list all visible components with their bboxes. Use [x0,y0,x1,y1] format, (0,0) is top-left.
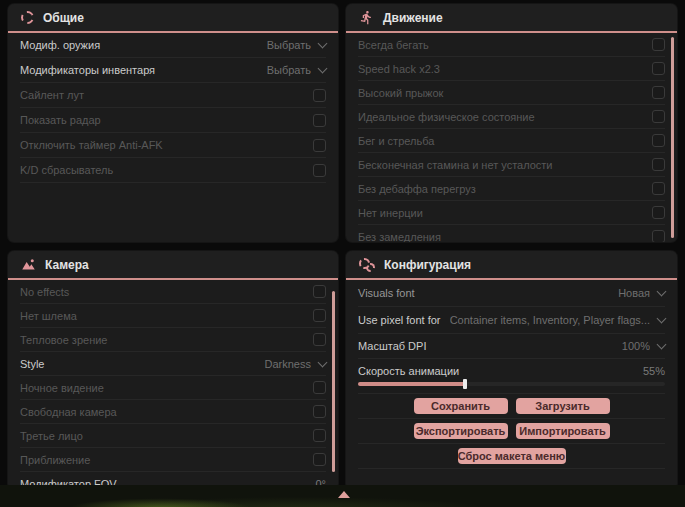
panel-title: Камера [45,258,89,272]
checkbox[interactable] [313,114,326,127]
setting-label: Style [20,358,44,370]
dropdown-value: Новая [618,287,650,299]
general-rows: Модиф. оружия Выбрать Модификаторы инвен… [8,33,338,183]
weapon-mod-dropdown[interactable]: Выбрать [267,39,326,51]
setting-row: No effects [20,280,326,304]
button-row: Сброс макета меню [358,444,665,469]
chevron-down-icon [657,340,667,350]
checkbox[interactable] [652,62,665,75]
setting-row: Идеальное физическое состояние [358,105,665,129]
checkbox[interactable] [652,158,665,171]
panel-movement: Движение Всегда бегать Speed hack x2.3 В… [346,4,677,242]
setting-label: Нет шлема [20,310,77,322]
animation-speed-value: 55% [643,365,665,377]
checkbox[interactable] [652,230,665,242]
setting-row: Бег и стрельба [358,129,665,153]
setting-row: Без дебаффа перегруз [358,177,665,201]
gear-icon [21,11,34,24]
setting-label: Высокий прыжок [358,87,443,99]
setting-label: Свободная камера [20,406,117,418]
save-button[interactable]: Сохранить [414,398,508,414]
setting-label: Показать радар [20,114,101,126]
panel-title: Общие [43,11,84,25]
dropdown-value: 100% [622,340,650,352]
config-rows: Visuals font Новая Use pixel font for Co… [346,280,677,490]
visuals-font-dropdown[interactable]: Новая [618,287,665,299]
panel-camera-header[interactable]: Камера [8,251,338,280]
setting-label: Отключить таймер Anti-AFK [20,139,163,151]
setting-label: Use pixel font for [358,314,441,326]
checkbox[interactable] [313,381,326,394]
export-button[interactable]: Экспортировать [414,423,508,439]
scrollbar[interactable] [671,37,674,238]
gears-icon [359,258,375,272]
checkbox[interactable] [313,139,326,152]
style-dropdown[interactable]: Darkness [265,358,326,370]
panel-config-header[interactable]: Конфигурация [346,251,677,280]
setting-row: Speed hack x2.3 [358,57,665,81]
checkbox[interactable] [313,405,326,418]
setting-label: Третье лицо [20,430,83,442]
panel-movement-header[interactable]: Движение [346,4,677,33]
panel-camera: Камера No effects Нет шлема Тепловое зре… [8,251,338,490]
inventory-mods-dropdown[interactable]: Выбрать [267,64,326,76]
setting-label: Без дебаффа перегруз [358,183,476,195]
button-row: Сохранить Загрузить [358,394,665,419]
pixel-font-dropdown[interactable]: Container items, Inventory, Player flags… [450,314,665,326]
setting-row: Масштаб DPI 100% [358,334,665,359]
camera-rows: No effects Нет шлема Тепловое зрение Sty… [8,280,338,490]
setting-label: Тепловое зрение [20,334,107,346]
chevron-down-icon [318,64,328,74]
checkbox[interactable] [313,89,326,102]
checkbox[interactable] [652,110,665,123]
dpi-scale-dropdown[interactable]: 100% [622,340,665,352]
scrollbar[interactable] [332,291,335,472]
image-icon [21,257,36,272]
checkbox[interactable] [313,333,326,346]
setting-label: Скорость анимации [358,365,459,377]
setting-row: Visuals font Новая [358,280,665,307]
dropdown-value: Выбрать [267,39,311,51]
setting-row: Модиф. оружия Выбрать [20,33,326,58]
checkbox[interactable] [652,182,665,195]
checkbox[interactable] [313,285,326,298]
checkbox[interactable] [313,453,326,466]
chevron-down-icon [318,39,328,49]
setting-row: Показать радар [20,108,326,133]
setting-label: Visuals font [358,287,415,299]
setting-row: Нет инерции [358,201,665,225]
setting-row: Ночное видение [20,376,326,400]
import-button[interactable]: Импортировать [516,423,610,439]
setting-row: Нет шлема [20,304,326,328]
setting-label: Всегда бегать [358,39,429,51]
setting-label: K/D сбрасыватель [20,164,113,176]
checkbox[interactable] [652,38,665,51]
load-button[interactable]: Загрузить [516,398,610,414]
checkbox[interactable] [652,134,665,147]
slider-handle[interactable] [463,379,467,389]
setting-row: Всегда бегать [358,33,665,57]
setting-label: Speed hack x2.3 [358,63,440,75]
setting-row: Style Darkness [20,352,326,376]
checkbox[interactable] [313,164,326,177]
setting-label: Модификаторы инвентаря [20,64,155,76]
setting-row: Тепловое зрение [20,328,326,352]
setting-label: No effects [20,286,69,298]
checkbox[interactable] [313,429,326,442]
setting-row: Третье лицо [20,424,326,448]
setting-row: Бесконечная стамина и нет усталости [358,153,665,177]
setting-row: Без замедления [358,225,665,242]
checkbox[interactable] [652,206,665,219]
setting-row: Отключить таймер Anti-AFK [20,133,326,158]
panel-general-header[interactable]: Общие [8,4,338,33]
cursor-triangle-icon [338,491,350,498]
checkbox[interactable] [652,86,665,99]
checkbox[interactable] [313,309,326,322]
setting-row: Свободная камера [20,400,326,424]
setting-label: Масштаб DPI [358,340,426,352]
animation-speed-slider[interactable] [358,382,665,386]
setting-row: Сайлент лут [20,83,326,108]
setting-label: Нет инерции [358,207,423,219]
panel-config: Конфигурация Visuals font Новая Use pixe… [346,251,677,490]
reset-layout-button[interactable]: Сброс макета меню [458,448,566,464]
